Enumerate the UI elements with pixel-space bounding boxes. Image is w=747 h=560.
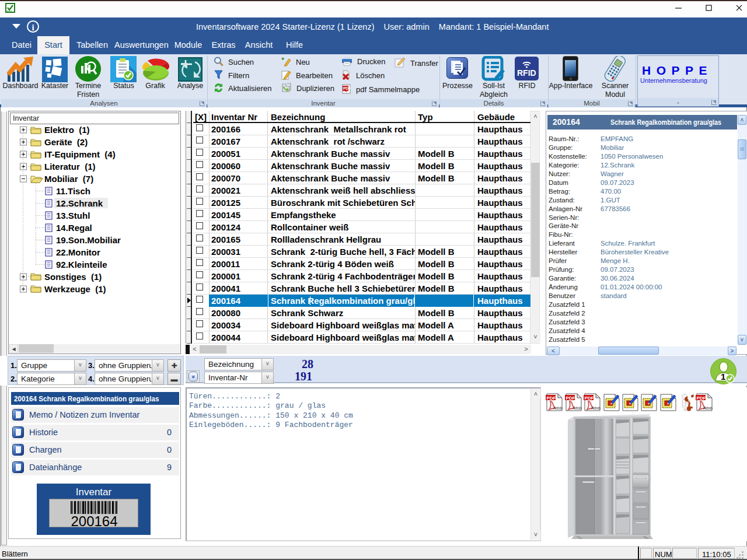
svg-text:PDF: PDF [566,396,575,401]
svg-text:PDF: PDF [343,86,351,90]
svg-text:Adobe: Adobe [553,406,563,410]
svg-text:PDF: PDF [585,396,594,401]
svg-text:Adobe: Adobe [572,406,582,410]
svg-text:PDF: PDF [547,396,556,401]
svg-text:PDF: PDF [697,396,706,401]
svg-text:1: 1 [721,372,725,382]
svg-text:Adobe: Adobe [703,406,713,410]
svg-text:RFID: RFID [517,68,536,78]
svg-text:+: + [281,57,284,62]
svg-text:Adobe: Adobe [591,406,601,410]
